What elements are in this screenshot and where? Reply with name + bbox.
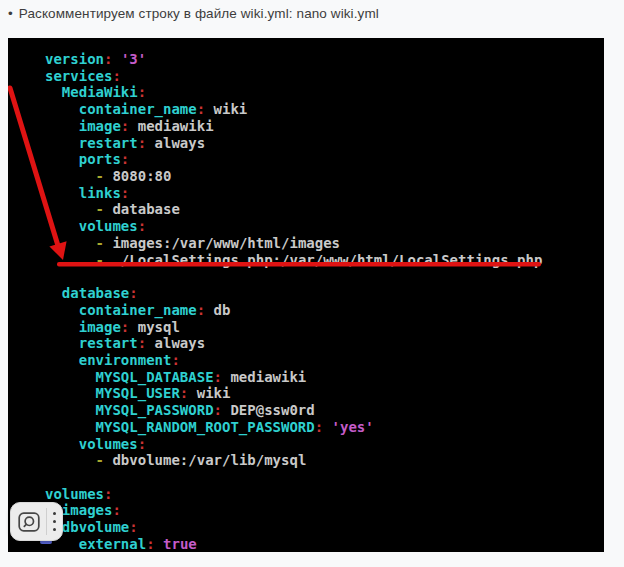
code-line: restart: always	[8, 335, 604, 352]
screenshot-lens-button[interactable]	[11, 503, 46, 540]
code-line: services:	[8, 68, 604, 85]
code-line: images:	[8, 502, 604, 519]
note-line: •Раскомментируем строку в файле wiki.yml…	[8, 6, 608, 21]
code-line: image: mediawiki	[8, 118, 604, 135]
code-line: MYSQL_RANDOM_ROOT_PASSWORD: 'yes'	[8, 419, 604, 436]
code-line: container_name: db	[8, 302, 604, 319]
code-line: MYSQL_PASSWORD: DEP@ssw0rd	[8, 402, 604, 419]
code-line: - 8080:80	[8, 168, 604, 185]
code-line: volumes:	[8, 436, 604, 453]
screenshot-tool-overlay	[10, 502, 63, 541]
code-line: MediaWiki:	[8, 84, 604, 101]
code-line	[8, 268, 604, 285]
code-line: external: true	[8, 536, 604, 552]
more-options-button[interactable]	[47, 503, 62, 540]
code-line: database:	[8, 285, 604, 302]
note-text: Раскомментируем строку в файле wiki.yml:…	[19, 6, 379, 21]
code-line: links:	[8, 185, 604, 202]
code-line: volumes:	[8, 218, 604, 235]
code-line: dbvolume:	[8, 519, 604, 536]
code-line: restart: always	[8, 135, 604, 152]
code-line: MYSQL_USER: wiki	[8, 385, 604, 402]
code-line: - images:/var/www/html/images	[8, 235, 604, 252]
code-line: container_name: wiki	[8, 101, 604, 118]
code-line: - ./LocalSettings.php:/var/www/html/Loca…	[8, 252, 604, 269]
code-line: - database	[8, 201, 604, 218]
screenshot-lens-icon	[18, 512, 40, 532]
terminal-window[interactable]: version: '3'services: MediaWiki: contain…	[8, 38, 604, 552]
code-line: MYSQL_DATABASE: mediawiki	[8, 369, 604, 386]
terminal-code: version: '3'services: MediaWiki: contain…	[8, 51, 604, 552]
code-line	[8, 469, 604, 486]
code-line: version: '3'	[8, 51, 604, 68]
code-line: environment:	[8, 352, 604, 369]
code-line: volumes:	[8, 486, 604, 503]
bullet-marker: •	[8, 6, 13, 21]
code-line: ports:	[8, 151, 604, 168]
code-line: - dbvolume:/var/lib/mysql	[8, 452, 604, 469]
code-line: image: mysql	[8, 319, 604, 336]
kebab-menu-icon	[53, 512, 56, 531]
